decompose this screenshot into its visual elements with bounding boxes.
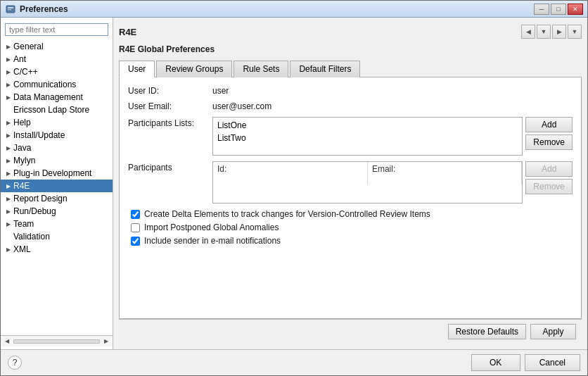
- participants-section: Participants Id: Email:: [128, 161, 573, 203]
- sidebar-item-cpp[interactable]: ▶C/C++: [1, 65, 113, 78]
- delta-elements-checkbox[interactable]: [131, 210, 140, 219]
- expand-arrow-icon: ▶: [4, 67, 13, 77]
- sidebar-item-help[interactable]: ▶Help: [1, 116, 113, 129]
- tab-rule-sets[interactable]: Rule Sets: [234, 61, 288, 77]
- ok-button[interactable]: OK: [471, 354, 520, 371]
- svg-rect-2: [8, 9, 11, 11]
- remove-list-btn[interactable]: Remove: [525, 134, 573, 150]
- sidebar-item-mylyn[interactable]: ▶Mylyn: [1, 154, 113, 167]
- expand-arrow-icon: ▶: [4, 118, 13, 127]
- preferences-window: Preferences ─ □ ✕ ▶General▶Ant▶C/C++▶Com…: [0, 0, 588, 376]
- list-item[interactable]: ListOne: [215, 119, 520, 132]
- help-button[interactable]: ?: [8, 356, 22, 370]
- sidebar-item-label: XML: [13, 244, 110, 254]
- participants-table: Id: Email:: [213, 162, 522, 184]
- expand-arrow-icon: [4, 105, 13, 115]
- panel-title: R4E: [119, 27, 136, 37]
- sidebar-item-label: Validation: [13, 232, 110, 242]
- tab-content-user: User ID: user User Email: user@user.com …: [119, 77, 582, 319]
- checkbox-row-1: Create Delta Elements to track changes f…: [128, 209, 573, 219]
- sidebar-item-install-update[interactable]: ▶Install/Update: [1, 129, 113, 142]
- window-icon: [5, 4, 16, 15]
- scroll-right-btn[interactable]: ▶: [101, 337, 111, 346]
- user-id-row: User ID: user: [128, 86, 573, 96]
- id-col-header: Id:: [213, 162, 367, 176]
- sidebar-item-validation[interactable]: Validation: [1, 230, 113, 243]
- sidebar-item-plugin-dev[interactable]: ▶Plug-in Development: [1, 167, 113, 180]
- sidebar-item-xml[interactable]: ▶XML: [1, 243, 113, 256]
- lists-and-buttons: ListOne ListTwo Add Remove: [212, 117, 573, 156]
- maximize-button[interactable]: □: [551, 4, 566, 15]
- nav-forward-dropdown-btn[interactable]: ▼: [568, 25, 582, 39]
- expand-arrow-icon: ▶: [4, 168, 13, 178]
- tab-review-groups[interactable]: Review Groups: [156, 61, 232, 77]
- list-item[interactable]: ListTwo: [215, 132, 520, 144]
- user-email-value: user@user.com: [212, 101, 271, 111]
- import-postponed-checkbox[interactable]: [131, 223, 140, 232]
- sidebar-item-label: Help: [13, 118, 110, 127]
- panel-toolbar: R4E ◀ ▼ ▶ ▼: [119, 23, 582, 40]
- cancel-button[interactable]: Cancel: [525, 354, 580, 371]
- sidebar-item-java[interactable]: ▶Java: [1, 142, 113, 154]
- sidebar-item-label: Java: [13, 143, 110, 153]
- add-list-btn[interactable]: Add: [525, 117, 573, 132]
- participants-table-container[interactable]: Id: Email:: [212, 161, 523, 203]
- sidebar-item-label: General: [13, 42, 110, 51]
- expand-arrow-icon: ▶: [4, 206, 13, 216]
- participants-btn-group: Add Remove: [525, 161, 573, 203]
- checkbox-row-2: Import Postponed Global Anomalies: [128, 223, 573, 232]
- window-controls: ─ □ ✕: [534, 4, 583, 15]
- expand-arrow-icon: ▶: [4, 219, 13, 229]
- sidebar-item-report-design[interactable]: ▶Report Design: [1, 192, 113, 205]
- toolbar-nav: ◀ ▼ ▶ ▼: [521, 25, 582, 39]
- sidebar-item-label: Report Design: [13, 194, 110, 203]
- email-col-header: Email:: [367, 162, 521, 176]
- nav-back-btn[interactable]: ◀: [521, 25, 535, 39]
- checkbox-row-3: Include sender in e-mail notifications: [128, 236, 573, 246]
- sidebar-item-label: R4E: [13, 181, 110, 191]
- search-input[interactable]: [5, 23, 108, 36]
- tab-user[interactable]: User: [119, 61, 155, 77]
- table-row: [213, 180, 522, 184]
- user-email-row: User Email: user@user.com: [128, 101, 573, 111]
- expand-arrow-icon: ▶: [4, 194, 13, 203]
- sidebar-item-ericsson[interactable]: Ericsson Ldap Store: [1, 104, 113, 116]
- tab-default-filters[interactable]: Default Filters: [290, 61, 360, 77]
- sidebar-item-r4e[interactable]: ▶R4E: [1, 180, 113, 192]
- apply-btn[interactable]: Apply: [530, 324, 576, 339]
- expand-arrow-icon: [4, 232, 13, 242]
- sidebar-item-data-management[interactable]: ▶Data Management: [1, 91, 113, 104]
- scroll-left-btn[interactable]: ◀: [2, 337, 12, 346]
- delta-elements-label: Create Delta Elements to track changes f…: [144, 209, 430, 219]
- user-id-label: User ID:: [128, 86, 212, 96]
- include-sender-checkbox[interactable]: [131, 237, 140, 246]
- expand-arrow-icon: ▶: [4, 42, 13, 51]
- sidebar-item-run-debug[interactable]: ▶Run/Debug: [1, 205, 113, 218]
- close-button[interactable]: ✕: [568, 4, 583, 15]
- right-panel: R4E ◀ ▼ ▶ ▼ R4E Global Preferences User …: [113, 18, 587, 349]
- sidebar-item-label: Team: [13, 219, 110, 229]
- main-content: ▶General▶Ant▶C/C++▶Communications▶Data M…: [1, 18, 587, 349]
- participants-content: Id: Email:: [212, 161, 573, 203]
- sidebar-item-ant[interactable]: ▶Ant: [1, 53, 113, 65]
- footer: ? OK Cancel: [1, 349, 587, 375]
- nav-dropdown-btn[interactable]: ▼: [537, 25, 551, 39]
- sidebar-item-team[interactable]: ▶Team: [1, 218, 113, 230]
- footer-buttons: OK Cancel: [471, 354, 580, 371]
- expand-arrow-icon: ▶: [4, 80, 13, 89]
- nav-forward-btn[interactable]: ▶: [552, 25, 566, 39]
- sidebar-item-general[interactable]: ▶General: [1, 40, 113, 53]
- sidebar-item-communications[interactable]: ▶Communications: [1, 78, 113, 91]
- sidebar-tree: ▶General▶Ant▶C/C++▶Communications▶Data M…: [1, 40, 113, 335]
- expand-arrow-icon: ▶: [4, 156, 13, 165]
- minimize-button[interactable]: ─: [534, 4, 549, 15]
- add-participant-btn[interactable]: Add: [525, 161, 573, 177]
- sidebar-item-label: Ant: [13, 54, 110, 64]
- sidebar-item-label: Run/Debug: [13, 206, 110, 216]
- restore-defaults-btn[interactable]: Restore Defaults: [448, 324, 526, 339]
- remove-participant-btn[interactable]: Remove: [525, 179, 573, 194]
- sidebar-item-label: Mylyn: [13, 156, 110, 165]
- participants-list-box[interactable]: ListOne ListTwo: [212, 117, 523, 156]
- expand-arrow-icon: ▶: [4, 130, 13, 140]
- lists-btn-group: Add Remove: [525, 117, 573, 156]
